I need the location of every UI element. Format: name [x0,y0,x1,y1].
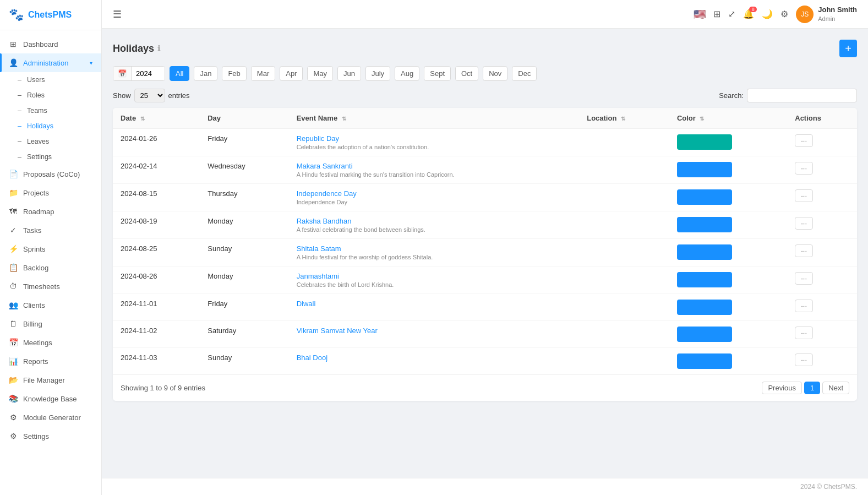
sidebar-item-administration[interactable]: 👤 Administration ▾ [0,53,101,72]
settings-gear-icon[interactable]: ⚙ [780,9,788,19]
chevron-down-icon: ▾ [90,60,92,66]
cell-day: Sunday [200,239,288,266]
action-button[interactable]: ··· [795,327,813,339]
month-btn-may[interactable]: May [307,66,333,81]
sidebar-item-module-generator[interactable]: ⚙ Module Generator [0,408,101,427]
sidebar-item-backlog[interactable]: 📋 Backlog [0,258,101,277]
sidebar-label-dashboard: Dashboard [23,40,58,48]
entries-select[interactable]: 25 10 50 100 [134,89,165,102]
month-btn-jun[interactable]: Jun [337,66,361,81]
year-input[interactable] [132,67,165,80]
action-button[interactable]: ··· [795,272,813,285]
cell-day: Monday [200,211,288,239]
sort-icon-event[interactable]: ⇅ [342,116,346,122]
cell-actions: ··· [787,266,857,294]
notification-bell-icon[interactable]: 🔔 8 [743,9,754,19]
sidebar-item-leaves[interactable]: – Leaves [18,134,101,149]
action-button[interactable]: ··· [795,134,813,147]
administration-icon: 👤 [9,58,18,67]
show-entries: Show 25 10 50 100 entries [113,89,190,102]
sort-icon-location[interactable]: ⇅ [621,116,625,122]
sidebar-item-users[interactable]: – Users [18,72,101,88]
sidebar-item-knowledge-base[interactable]: 📚 Knowledge Base [0,389,101,408]
sidebar-item-sprints[interactable]: ⚡ Sprints [0,240,101,258]
cell-actions: ··· [787,129,857,156]
action-button[interactable]: ··· [795,162,813,175]
prev-button[interactable]: Previous [762,382,802,394]
month-btn-oct[interactable]: Oct [455,66,478,81]
sidebar-item-roles[interactable]: – Roles [18,88,101,103]
month-btn-apr[interactable]: Apr [280,66,303,81]
sidebar-item-holidays[interactable]: – Holidays [18,118,101,134]
month-btn-nov[interactable]: Nov [483,66,507,81]
col-color: Color ⇅ [669,108,787,129]
dark-mode-icon[interactable]: 🌙 [762,9,773,19]
action-button[interactable]: ··· [795,300,813,312]
cell-color [669,294,787,321]
page-1-button[interactable]: 1 [804,382,820,394]
tasks-icon: ✓ [9,226,18,235]
table-footer: Showing 1 to 9 of 9 entries Previous 1 N… [113,374,857,401]
meetings-icon: 📅 [9,338,18,347]
sort-icon-color[interactable]: ⇅ [700,116,704,122]
action-button[interactable]: ··· [795,353,813,366]
action-button[interactable]: ··· [795,189,813,202]
month-btn-mar[interactable]: Mar [251,66,275,81]
user-info: John Smith Admin [818,6,857,23]
showing-text: Showing 1 to 9 of 9 entries [121,384,205,392]
sidebar-item-tasks[interactable]: ✓ Tasks [0,221,101,240]
sidebar-item-timesheets[interactable]: ⏱ Timesheets [0,277,101,296]
event-name: Independence Day [297,189,572,198]
action-button[interactable]: ··· [795,244,813,257]
language-flag[interactable]: 🇺🇸 [694,8,706,20]
sidebar-item-projects[interactable]: 📁 Projects [0,183,101,202]
month-btn-july[interactable]: July [365,66,390,81]
month-btn-sept[interactable]: Sept [424,66,451,81]
search-input[interactable] [747,89,857,102]
dashboard-icon: ⊞ [9,40,18,48]
dash-icon: – [18,76,21,84]
cell-date: 2024-08-26 [113,266,200,294]
cell-event: Independence Day Independence Day [289,184,580,211]
cell-event: Shitala Satam A Hindu festival for the w… [289,239,580,266]
next-button[interactable]: Next [822,382,849,394]
month-btn-aug[interactable]: Aug [395,66,419,81]
search-label: Search: [719,91,744,100]
month-btn-all[interactable]: All [170,66,189,81]
knowledge-base-icon: 📚 [9,394,18,403]
sidebar-item-file-manager[interactable]: 📂 File Manager [0,371,101,389]
cell-event: Republic Day Celebrates the adoption of … [289,129,580,156]
add-holiday-button[interactable]: + [839,40,857,57]
month-btn-dec[interactable]: Dec [512,66,537,81]
event-name: Makara Sankranti [297,162,572,170]
logo: 🐾 ChetsPMS [0,0,101,30]
month-btn-jan[interactable]: Jan [194,66,217,81]
cell-actions: ··· [787,321,857,348]
copyright-text: 2024 © ChetsPMS. [800,483,857,491]
sidebar-item-proposals[interactable]: 📄 Proposals (CoCo) [0,165,101,183]
fullscreen-icon[interactable]: ⤢ [728,9,735,19]
action-button[interactable]: ··· [795,217,813,230]
hamburger-button[interactable]: ☰ [113,8,122,20]
module-generator-icon: ⚙ [9,413,18,422]
sidebar-item-reports[interactable]: 📊 Reports [0,352,101,371]
cell-actions: ··· [787,294,857,321]
sidebar-item-settings[interactable]: ⚙ Settings [0,427,101,445]
sort-icon-date[interactable]: ⇅ [140,116,145,122]
cell-color [669,211,787,239]
dash-icon: – [18,122,21,130]
month-btn-feb[interactable]: Feb [222,66,246,81]
sidebar-item-roadmap[interactable]: 🗺 Roadmap [0,202,101,221]
page-title-text: Holidays [113,43,154,55]
sidebar-item-teams[interactable]: – Teams [18,103,101,118]
sidebar-item-dashboard[interactable]: ⊞ Dashboard [0,35,101,53]
sidebar-item-billing[interactable]: 🗒 Billing [0,314,101,333]
apps-grid-icon[interactable]: ⊞ [713,9,720,19]
sidebar-item-clients[interactable]: 👥 Clients [0,296,101,314]
cell-color [669,321,787,348]
sidebar-item-meetings[interactable]: 📅 Meetings [0,333,101,352]
sidebar-label-projects: Projects [23,189,49,197]
sidebar-item-settings-admin[interactable]: – Settings [18,149,101,165]
user-menu[interactable]: JS John Smith Admin [796,6,857,23]
cell-day: Friday [200,294,288,321]
